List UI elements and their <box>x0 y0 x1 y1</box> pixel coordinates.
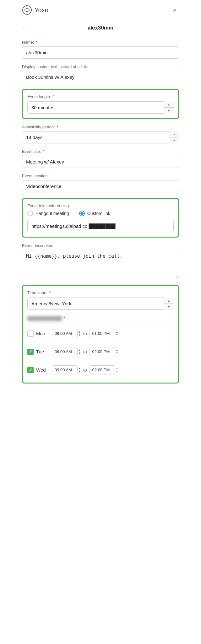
time-start-tue[interactable]: 09:00 AM <box>52 347 78 356</box>
divider-tue-wed <box>27 360 174 360</box>
svg-point-0 <box>23 6 31 14</box>
time-start-mon-up[interactable]: ▲ <box>78 330 81 334</box>
day-label-tue: Tue <box>36 349 49 354</box>
timezone-up[interactable]: ▲ <box>164 298 174 304</box>
availability-field-group: Availability period: * ▲ ▼ <box>22 125 179 143</box>
required-star-avail: * <box>57 125 58 129</box>
custom-link-input[interactable] <box>27 220 174 232</box>
teleconferencing-radio-group: Hangout meeting Custom link <box>27 211 174 216</box>
radio-hangout-label: Hangout meeting <box>35 211 69 216</box>
checkbox-mon[interactable] <box>27 330 34 337</box>
time-start-mon-spinner[interactable]: ▲ ▼ <box>78 330 81 336</box>
availability-up[interactable]: ▲ <box>169 131 179 137</box>
timezone-spinner[interactable]: ▲ ▼ <box>164 298 174 310</box>
availability-select-wrapper: ▲ ▼ <box>22 131 179 143</box>
time-end-tue[interactable]: 02:00 PM <box>90 347 115 356</box>
to-label-tue: to <box>83 349 87 354</box>
logo-area: Yoxel <box>22 5 50 15</box>
event-length-spinner[interactable]: ▲ ▼ <box>164 101 174 114</box>
radio-custom-circle[interactable] <box>79 211 85 216</box>
teleconferencing-label: Event teleconferencing: <box>27 203 174 208</box>
divider-mon-tue <box>27 342 174 342</box>
teleconferencing-box: Event teleconferencing: Hangout meeting … <box>22 198 179 238</box>
time-end-mon[interactable]: 01:00 PM <box>90 329 115 338</box>
name-label: Name: * <box>22 40 179 45</box>
event-length-label: Event length: * <box>27 94 174 99</box>
nav-row: ← alex30min <box>22 19 179 34</box>
display-label: Display custom text instead of a link: <box>22 64 179 69</box>
event-length-input[interactable] <box>27 101 174 114</box>
event-location-label: Event location: <box>22 174 179 178</box>
event-length-select-wrapper: ▲ ▼ <box>27 101 174 114</box>
timezone-label: Time zone: * <box>27 290 174 295</box>
event-description-label: Event description: <box>22 243 179 248</box>
radio-hangout[interactable]: Hangout meeting <box>27 211 69 216</box>
event-length-down[interactable]: ▼ <box>164 108 174 114</box>
logo-text: Yoxel <box>35 7 50 14</box>
event-title-label: Event title: * <box>22 149 179 154</box>
event-description-field-group: Event description: Hi {{name}}, please j… <box>22 243 179 279</box>
schedule-label-blurred: ████████████ <box>27 316 62 321</box>
schedule-row-mon: Mon 09:00 AM ▲ ▼ to 01:00 PM ▲ ▼ <box>27 329 174 338</box>
time-end-tue-spinner[interactable]: ▲ ▼ <box>116 349 118 355</box>
day-label-mon: Mon <box>36 331 49 336</box>
checkbox-wed[interactable] <box>27 367 34 373</box>
time-start-wed-spinner[interactable]: ▲ ▼ <box>78 367 81 373</box>
time-start-wed-up[interactable]: ▲ <box>78 367 81 370</box>
display-text-field-group: Display custom text instead of a link: <box>22 64 179 83</box>
checkbox-tue[interactable] <box>27 349 34 355</box>
radio-custom[interactable]: Custom link <box>79 211 110 216</box>
time-end-tue-down[interactable]: ▼ <box>116 352 118 355</box>
time-start-wed-down[interactable]: ▼ <box>78 370 81 373</box>
time-start-tue-up[interactable]: ▲ <box>78 349 81 352</box>
display-text-input[interactable] <box>22 71 179 83</box>
time-end-mon-wrap: 01:00 PM ▲ ▼ <box>90 329 118 338</box>
to-label-wed: to <box>83 368 87 373</box>
schedule-label-row: ████████████ * <box>27 315 174 321</box>
time-end-mon-down[interactable]: ▼ <box>116 334 118 337</box>
name-input[interactable] <box>22 46 179 59</box>
time-start-wed-wrap: 09:00 AM ▲ ▼ <box>52 365 81 374</box>
event-length-box: Event length: * ▲ ▼ <box>22 89 179 119</box>
timezone-down[interactable]: ▼ <box>164 304 174 310</box>
time-start-mon-down[interactable]: ▼ <box>78 334 81 337</box>
time-end-mon-spinner[interactable]: ▲ ▼ <box>116 330 118 336</box>
timezone-input[interactable] <box>27 298 174 310</box>
time-start-tue-down[interactable]: ▼ <box>78 352 81 355</box>
required-star-name: * <box>36 40 37 45</box>
event-description-textarea[interactable]: Hi {{name}}, please join the call. <box>22 250 179 278</box>
radio-hangout-circle[interactable] <box>27 211 33 216</box>
time-end-wed-spinner[interactable]: ▲ ▼ <box>116 367 118 373</box>
time-end-wed-up[interactable]: ▲ <box>116 367 118 370</box>
schedule-row-wed: Wed 09:00 AM ▲ ▼ to 02:00 PM ▲ ▼ <box>27 365 174 374</box>
time-end-wed-down[interactable]: ▼ <box>116 370 118 373</box>
event-location-input[interactable] <box>22 180 179 192</box>
event-length-up[interactable]: ▲ <box>164 101 174 108</box>
required-star-schedule: * <box>63 315 65 321</box>
timezone-select-wrapper: ▲ ▼ <box>27 298 174 310</box>
event-title-field-group: Event title: * <box>22 149 179 168</box>
time-end-mon-up[interactable]: ▲ <box>116 330 118 334</box>
availability-spinner[interactable]: ▲ ▼ <box>169 131 179 143</box>
time-end-tue-wrap: 02:00 PM ▲ ▼ <box>90 347 118 356</box>
time-end-wed[interactable]: 02:00 PM <box>90 365 115 374</box>
event-location-field-group: Event location: <box>22 174 179 192</box>
availability-down[interactable]: ▼ <box>169 137 179 143</box>
close-button[interactable]: × <box>170 5 179 15</box>
time-end-tue-up[interactable]: ▲ <box>116 349 118 352</box>
required-star-title: * <box>43 149 44 154</box>
app-header: Yoxel × <box>22 0 179 19</box>
form-section: Name: * Display custom text instead of a… <box>22 34 179 384</box>
day-label-wed: Wed <box>36 367 49 373</box>
time-start-mon[interactable]: 09:00 AM <box>52 329 78 338</box>
time-end-wed-wrap: 02:00 PM ▲ ▼ <box>90 365 118 374</box>
back-button[interactable]: ← <box>22 24 28 31</box>
schedule-row-tue: Tue 09:00 AM ▲ ▼ to 02:00 PM ▲ ▼ <box>27 347 174 356</box>
event-title-input[interactable] <box>22 156 179 168</box>
page-title: alex30min <box>32 25 179 31</box>
time-start-mon-wrap: 09:00 AM ▲ ▼ <box>52 329 81 338</box>
logo-icon <box>22 5 32 15</box>
availability-input[interactable] <box>22 131 179 143</box>
time-start-tue-spinner[interactable]: ▲ ▼ <box>78 349 81 355</box>
time-start-wed[interactable]: 09:00 AM <box>52 365 78 374</box>
